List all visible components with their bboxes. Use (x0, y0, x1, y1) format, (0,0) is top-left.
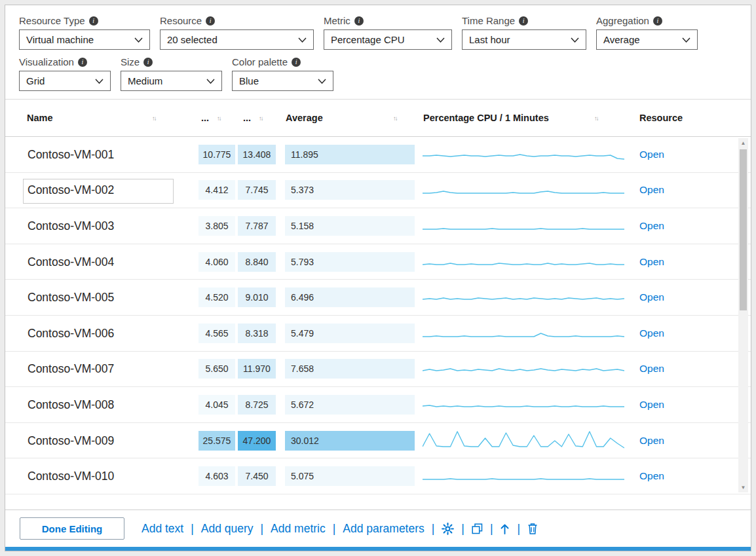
filter-label: Time Range i (462, 15, 586, 26)
move-up-icon[interactable] (500, 523, 510, 534)
settings-gear-icon[interactable] (442, 523, 454, 535)
add-parameters-link[interactable]: Add parameters (343, 522, 425, 536)
cpu-sparkline (423, 179, 624, 201)
add-text-link[interactable]: Add text (142, 522, 183, 536)
footer-actions: Add text | Add query | Add metric | Add … (142, 522, 538, 536)
table-row: Contoso-VM-002 4.412 7.745 5.373 Open (5, 173, 751, 209)
sort-icon[interactable]: ↑↓ (152, 115, 156, 122)
filter-label: Resource Type i (19, 15, 150, 26)
open-resource-link[interactable]: Open (639, 399, 664, 411)
column-header-name[interactable]: Name (27, 113, 53, 123)
metric-dropdown[interactable]: Percentage CPU (324, 29, 452, 50)
resource-dropdown[interactable]: 20 selected (160, 29, 314, 50)
info-icon[interactable]: i (143, 58, 153, 67)
filter-label: Metric i (324, 15, 452, 26)
open-resource-link[interactable]: Open (639, 435, 664, 447)
chevron-down-icon (206, 79, 215, 84)
selection-indicator-bar (5, 547, 751, 551)
average-value-cell: 5.793 (285, 252, 415, 272)
min-value-cell: 5.650 (198, 359, 235, 379)
max-value-cell: 7.450 (238, 466, 276, 486)
filter-metric: Metric i Percentage CPU (324, 15, 452, 50)
cpu-sparkline (423, 143, 624, 166)
color-palette-dropdown[interactable]: Blue (232, 71, 333, 91)
clone-icon[interactable] (472, 523, 483, 534)
info-icon[interactable]: i (89, 16, 98, 26)
dropdown-value: Grid (26, 75, 45, 86)
table-row: Contoso-VM-008 4.045 8.725 5.672 Open (5, 387, 751, 423)
resource-type-dropdown[interactable]: Virtual machine (19, 29, 150, 50)
min-value-cell: 25.575 (198, 431, 235, 451)
add-metric-link[interactable]: Add metric (271, 522, 326, 536)
info-icon[interactable]: i (292, 58, 301, 67)
sort-icon[interactable]: ↑↓ (259, 115, 263, 122)
scroll-up-icon[interactable]: ▲ (738, 138, 748, 148)
vertical-scrollbar[interactable]: ▲ ▼ (738, 138, 748, 492)
info-icon[interactable]: i (206, 16, 215, 26)
vm-name: Contoso-VM-006 (28, 326, 114, 340)
cpu-sparkline (423, 465, 624, 487)
sort-icon[interactable]: ↑↓ (393, 115, 397, 122)
info-icon[interactable]: i (653, 16, 662, 26)
min-value-cell: 4.045 (198, 395, 235, 415)
min-value-cell: 4.603 (198, 466, 235, 486)
vm-name: Contoso-VM-010 (28, 470, 114, 483)
min-value-cell: 3.805 (198, 216, 235, 236)
column-header-average[interactable]: Average (286, 113, 323, 123)
time-range-dropdown[interactable]: Last hour (462, 29, 586, 50)
info-icon[interactable]: i (78, 58, 87, 67)
vm-name: Contoso-VM-007 (28, 362, 114, 376)
scrollbar-thumb[interactable] (740, 149, 747, 310)
separator: | (261, 522, 264, 536)
dropdown-value: Blue (239, 75, 259, 86)
separator: | (461, 522, 464, 536)
chevron-down-icon (436, 37, 445, 43)
average-value-cell: 7.658 (285, 359, 415, 379)
open-resource-link[interactable]: Open (639, 327, 664, 339)
column-header-cpu[interactable]: Percentage CPU / 1 Minutes (423, 113, 549, 123)
open-resource-link[interactable]: Open (639, 184, 664, 196)
open-resource-link[interactable]: Open (639, 470, 664, 482)
filter-row-2: Visualization i Grid Size i Medium (19, 56, 751, 91)
info-icon[interactable]: i (519, 16, 528, 26)
filter-label-text: Size (121, 56, 140, 67)
add-query-link[interactable]: Add query (201, 522, 254, 536)
open-resource-link[interactable]: Open (639, 149, 664, 160)
filter-label-text: Aggregation (596, 15, 649, 26)
delete-trash-icon[interactable] (527, 523, 538, 534)
column-header-min[interactable]: ... (201, 113, 209, 123)
sort-icon[interactable]: ↑↓ (594, 115, 598, 122)
table-row: Contoso-VM-010 4.603 7.450 5.075 Open (5, 458, 751, 494)
table-row: Contoso-VM-007 5.650 11.970 7.658 Open (5, 352, 751, 388)
visualization-dropdown[interactable]: Grid (19, 71, 111, 91)
sort-icon[interactable]: ↑↓ (217, 115, 221, 122)
cpu-sparkline (423, 358, 624, 380)
filter-label-text: Visualization (19, 56, 74, 67)
open-resource-link[interactable]: Open (639, 291, 664, 303)
average-value-cell: 5.373 (285, 180, 415, 200)
separator: | (432, 522, 435, 536)
size-dropdown[interactable]: Medium (121, 71, 222, 91)
done-editing-button[interactable]: Done Editing (20, 517, 124, 540)
cpu-sparkline (423, 251, 624, 273)
vm-name: Contoso-VM-004 (28, 255, 114, 269)
chevron-down-icon (134, 37, 143, 43)
vm-name: Contoso-VM-001 (28, 147, 114, 161)
vm-name: Contoso-VM-003 (28, 219, 114, 232)
aggregation-dropdown[interactable]: Average (596, 29, 698, 50)
chevron-down-icon (682, 37, 690, 43)
filter-bar: Resource Type i Virtual machine Resource… (5, 5, 751, 99)
column-header-max[interactable]: ... (243, 113, 251, 123)
chevron-down-icon (571, 37, 579, 43)
average-value-cell: 5.158 (285, 216, 415, 236)
open-resource-link[interactable]: Open (639, 220, 664, 232)
open-resource-link[interactable]: Open (639, 363, 664, 375)
open-resource-link[interactable]: Open (639, 256, 664, 268)
filter-time-range: Time Range i Last hour (462, 15, 586, 50)
workbook-editor: Resource Type i Virtual machine Resource… (5, 5, 751, 551)
scroll-down-icon[interactable]: ▼ (738, 483, 748, 492)
filter-label-text: Metric (324, 15, 350, 26)
info-icon[interactable]: i (354, 16, 364, 26)
table-body: Contoso-VM-001 10.775 13.408 11.895 Open… (5, 137, 751, 494)
filter-aggregation: Aggregation i Average (596, 15, 698, 50)
